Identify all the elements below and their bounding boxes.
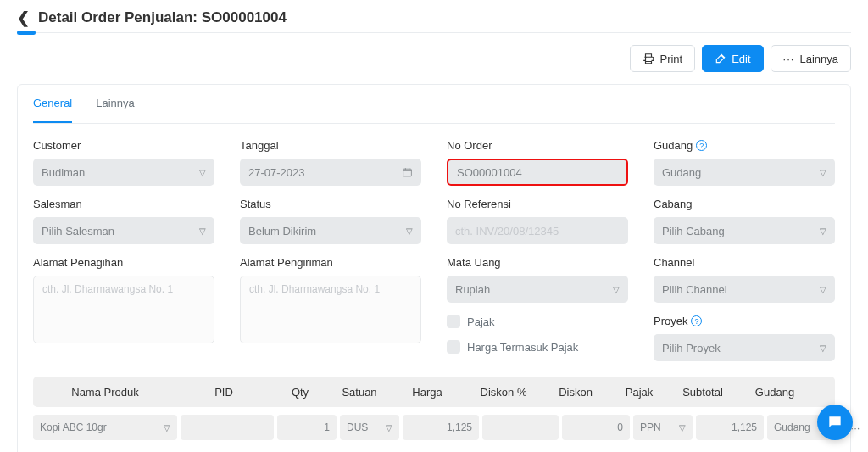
chevron-down-icon: ▽ (820, 226, 826, 236)
svg-rect-1 (832, 420, 838, 421)
customer-select[interactable]: Budiman ▽ (33, 159, 214, 186)
table-header: Nama Produk PID Qty Satuan Harga Diskon … (33, 377, 835, 407)
print-icon (643, 53, 654, 64)
th-satuan: Satuan (330, 386, 389, 399)
chevron-down-icon: ▽ (613, 285, 620, 294)
th-pajak: Pajak (609, 386, 669, 399)
chat-icon (826, 414, 843, 431)
matauang-select[interactable]: Rupiah ▽ (447, 276, 628, 303)
tanggal-input[interactable]: 27-07-2023 (240, 159, 421, 186)
calendar-icon (402, 167, 413, 178)
row-diskon-input[interactable]: 0 (562, 415, 630, 440)
row-pajak-select[interactable]: PPN▽ (633, 415, 693, 440)
more-button[interactable]: ··· Lainnya (771, 45, 851, 72)
print-button[interactable]: Print (630, 45, 695, 72)
pajak-checkbox[interactable]: Pajak (447, 315, 628, 328)
help-icon[interactable]: ? (696, 140, 707, 151)
hargatermasuk-checkbox[interactable]: Harga Termasuk Pajak (447, 340, 628, 354)
chevron-down-icon: ▽ (820, 168, 826, 177)
th-gudang: Gudang (737, 386, 813, 399)
chevron-down-icon: ▽ (199, 168, 206, 177)
matauang-label: Mata Uang (447, 256, 628, 269)
chevron-down-icon: ▽ (820, 285, 826, 294)
customer-label: Customer (33, 139, 214, 152)
svg-rect-0 (403, 169, 412, 176)
row-produk-select[interactable]: Kopi ABC 10gr▽ (33, 415, 177, 440)
back-button[interactable]: ❮ (17, 8, 30, 27)
row-pid-input[interactable] (181, 415, 274, 440)
cabang-label: Cabang (654, 198, 835, 210)
tabs: General Lainnya (33, 85, 835, 124)
help-icon[interactable]: ? (691, 315, 702, 326)
row-subtotal: 1,125 (696, 415, 764, 440)
alamat-kirim-label: Alamat Pengiriman (240, 256, 421, 269)
th-harga: Harga (389, 386, 465, 399)
noref-input[interactable]: cth. INV/20/08/12345 (447, 217, 628, 244)
channel-label: Channel (654, 256, 835, 269)
proyek-select[interactable]: Pilih Proyek ▽ (654, 334, 835, 361)
noorder-input[interactable]: SO00001004 (447, 159, 628, 186)
salesman-select[interactable]: Pilih Salesman ▽ (33, 217, 214, 244)
th-subtotal: Subtotal (669, 386, 737, 399)
gudang-label: Gudang ? (654, 139, 835, 152)
table-row: Kopi ABC 10gr▽ 1 DUS▽ 1,125 0 PPN▽ 1,125… (33, 412, 835, 443)
edit-icon (715, 53, 726, 64)
chat-fab[interactable] (817, 405, 853, 440)
row-harga-input[interactable]: 1,125 (403, 415, 479, 440)
row-diskonp-input[interactable] (482, 415, 559, 440)
status-label: Status (240, 198, 421, 210)
tab-general[interactable]: General (33, 85, 72, 123)
ellipsis-icon: ··· (783, 53, 795, 65)
row-qty-input[interactable]: 1 (277, 415, 337, 440)
chevron-down-icon: ▽ (679, 423, 686, 432)
chevron-down-icon: ▽ (406, 226, 413, 236)
edit-button[interactable]: Edit (702, 45, 763, 72)
alamat-tagih-textarea[interactable]: cth. Jl. Dharmawangsa No. 1 (33, 276, 214, 343)
tab-lainnya[interactable]: Lainnya (96, 85, 135, 123)
th-produk: Nama Produk (33, 386, 177, 399)
chevron-down-icon: ▽ (386, 423, 392, 432)
th-diskon: Diskon (542, 386, 609, 399)
cabang-select[interactable]: Pilih Cabang ▽ (654, 217, 835, 244)
alamat-kirim-textarea[interactable]: cth. Jl. Dharmawangsa No. 1 (240, 276, 421, 343)
chevron-down-icon: ▽ (199, 226, 206, 236)
row-satuan-select[interactable]: DUS▽ (340, 415, 399, 440)
page-title: Detail Order Penjualan: SO00001004 (38, 9, 287, 26)
progress-bar (17, 32, 851, 33)
noref-label: No Referensi (447, 198, 628, 210)
chevron-down-icon: ▽ (164, 423, 170, 432)
proyek-label: Proyek ? (654, 315, 835, 327)
alamat-tagih-label: Alamat Penagihan (33, 256, 214, 269)
channel-select[interactable]: Pilih Channel ▽ (654, 276, 835, 303)
th-pid: PID (177, 386, 270, 399)
th-qty: Qty (270, 386, 330, 399)
checkbox-icon (447, 340, 460, 354)
svg-rect-2 (832, 421, 837, 422)
salesman-label: Salesman (33, 198, 214, 210)
gudang-select[interactable]: Gudang ▽ (654, 159, 835, 186)
tanggal-label: Tanggal (240, 139, 421, 152)
checkbox-icon (447, 315, 460, 328)
chevron-down-icon: ▽ (820, 343, 826, 353)
status-select[interactable]: Belum Dikirim ▽ (240, 217, 421, 244)
noorder-label: No Order (447, 139, 628, 152)
th-diskonp: Diskon % (465, 386, 542, 399)
